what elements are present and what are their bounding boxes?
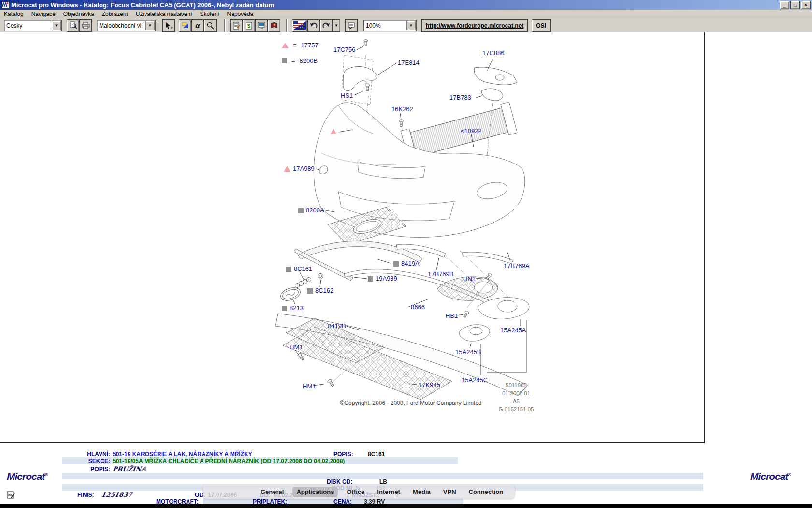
part-number-text: 17B783 [450, 94, 471, 101]
microcat-url-button[interactable]: http://www.fordeurope.microcat.net [421, 19, 528, 32]
part-label-hs1[interactable]: HS1 [341, 92, 353, 99]
part-number-text: 8213 [290, 305, 304, 312]
part-number-text: 15A245B [455, 349, 481, 356]
part-label-8200a[interactable]: 8200A [298, 207, 324, 214]
overlay-item-applications[interactable]: Applications [292, 487, 338, 497]
overlay-item-office[interactable]: Office [343, 487, 368, 497]
part-label-17k945[interactable]: 17K945 [419, 382, 440, 388]
part-number-text: HB1 [446, 313, 458, 319]
graphic-index-button[interactable] [179, 19, 191, 32]
redo-icon [322, 22, 330, 29]
chevron-down-icon[interactable]: ▼ [406, 21, 416, 30]
sekce-label: SEKCE: [68, 458, 110, 464]
part-label-17b769a[interactable]: 17B769A [504, 263, 530, 269]
print-button[interactable] [79, 19, 92, 32]
part-label-hm1[interactable]: HM1 [303, 383, 316, 390]
part-label-hb1[interactable]: HB1 [446, 313, 458, 319]
pointer-tool-button[interactable] [162, 19, 175, 32]
menu-item-u-ivatelsk-nastaven[interactable]: Uživatelská nastavení [132, 10, 196, 18]
undo-icon [310, 22, 318, 29]
registered-mark: ® [788, 472, 791, 477]
finis-value: 1251837 [101, 491, 132, 498]
alpha-icon: α [195, 21, 200, 30]
part-label-8213[interactable]: 8213 [282, 305, 304, 312]
maximize-button[interactable]: □ [790, 1, 800, 9]
part-label-17e814[interactable]: 17E814 [398, 60, 420, 66]
menu-item-katalog[interactable]: Katalog [0, 10, 28, 18]
legend-entry-8200b: =8200B [282, 57, 319, 64]
quote-button[interactable]: $ [243, 19, 255, 32]
print-preview-icon [69, 21, 77, 30]
overlay-item-internet[interactable]: Internet [373, 487, 404, 497]
chevron-down-icon[interactable]: ▼ [145, 21, 155, 30]
part-label-17c886[interactable]: 17C886 [482, 50, 505, 57]
diagram-legend: =17757=8200B [282, 42, 319, 64]
triangle-marker-icon [330, 129, 337, 134]
part-number-text: 17C756 [334, 46, 356, 53]
chevron-down-icon[interactable]: ▼ [52, 21, 61, 30]
part-number-text: 17A989 [293, 165, 315, 172]
bottom-bar [0, 504, 812, 508]
menu-item-kolen[interactable]: Školení [196, 10, 223, 18]
part-label-15a245c[interactable]: 15A245C [462, 377, 488, 384]
part-label-17a989[interactable]: 17A989 [284, 165, 315, 172]
menu-item-objedn-vka[interactable]: Objednávka [59, 10, 98, 18]
osi-button[interactable]: OSI [532, 19, 551, 32]
part-label-15a245a[interactable]: 15A245A [500, 327, 526, 334]
parts-list-button[interactable] [230, 19, 243, 32]
part-number-text: <10922 [461, 128, 482, 134]
catalog-book-button[interactable] [268, 19, 280, 32]
menu-item-navigace[interactable]: Navigace [28, 10, 59, 18]
part-label-hm1[interactable]: HM1 [290, 344, 303, 351]
part-label-16k262[interactable]: 16K262 [392, 106, 413, 113]
print-preview-button[interactable] [67, 19, 79, 32]
clipboard-list-icon [232, 22, 240, 30]
plate-line: 5011905 [485, 381, 548, 389]
notes-icon[interactable] [7, 491, 15, 499]
square-marker-icon [298, 208, 304, 213]
part-label-17b783[interactable]: 17B783 [450, 94, 471, 101]
part-label-hn1[interactable]: HN1 [463, 276, 476, 283]
search-icon [206, 22, 214, 30]
notes-button[interactable] [345, 19, 358, 32]
part-label-17b769b[interactable]: 17B769B [428, 271, 454, 278]
screen-view-button[interactable] [255, 19, 268, 32]
book-icon [270, 22, 278, 29]
part-label-8c161[interactable]: 8C161 [286, 266, 312, 272]
language-select[interactable]: Cesky ▼ [4, 20, 62, 31]
part-label-8c162[interactable]: 8C162 [307, 287, 334, 294]
note-bubble-icon [348, 22, 355, 30]
part-label-10922[interactable]: <10922 [461, 128, 482, 134]
part-label-17c756[interactable]: 17C756 [334, 46, 356, 53]
overlay-item-general[interactable]: General [257, 487, 288, 497]
overlay-item-media[interactable]: Media [409, 487, 435, 497]
popis-right-value: 8C161 [368, 451, 385, 458]
language-flag-button[interactable] [292, 19, 307, 32]
part-number-text: 15A245C [462, 377, 488, 384]
part-number-text: HM1 [303, 383, 316, 390]
part-label-8666[interactable]: 8666 [411, 304, 425, 311]
part-number-text: 8666 [411, 304, 425, 311]
part-label-8419b[interactable]: 8419B [328, 323, 346, 329]
redo-dropdown-button[interactable]: ▼ [333, 19, 340, 32]
part-label-19a989[interactable]: 19A989 [368, 275, 397, 282]
menu-item-n-pov-da[interactable]: Nápověda [223, 10, 258, 18]
part-label-15a245b[interactable]: 15A245B [455, 349, 481, 356]
square-marker-icon [307, 288, 313, 294]
undo-button[interactable] [307, 19, 320, 32]
zoom-select[interactable]: 100% ▼ [363, 20, 417, 31]
price-level-select[interactable]: Maloobchodní vi ▼ [97, 20, 156, 31]
minimize-button[interactable]: _ [780, 1, 789, 9]
close-button[interactable]: × [801, 1, 811, 9]
overlay-item-connection[interactable]: Connection [465, 487, 508, 497]
triangle-marker-icon [282, 43, 289, 48]
price-document-icon: $ [245, 22, 253, 30]
alpha-index-button[interactable]: α [191, 19, 204, 32]
part-label-8419a[interactable]: 8419A [393, 260, 420, 267]
overlay-item-vpn[interactable]: VPN [439, 487, 460, 497]
menu-item-zobrazen[interactable]: Zobrazení [98, 10, 132, 18]
toolbar-separator [224, 19, 226, 32]
vertical-divider [704, 32, 705, 442]
redo-button[interactable] [320, 19, 333, 32]
search-button[interactable] [204, 19, 217, 32]
